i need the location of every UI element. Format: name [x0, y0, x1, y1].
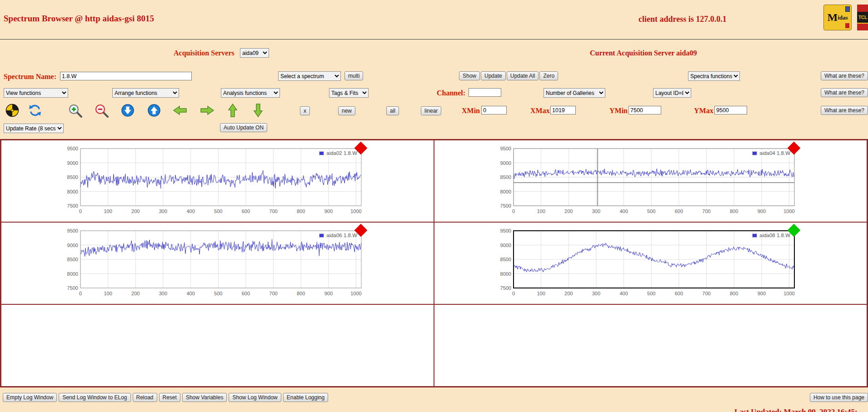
what-are-these-button-2[interactable]: What are these?	[821, 88, 868, 97]
svg-text:0: 0	[79, 291, 82, 296]
svg-text:400: 400	[619, 291, 628, 296]
svg-text:300: 300	[159, 208, 167, 214]
send-log-to-elog-button[interactable]: Send Log Window to ELog	[59, 393, 130, 402]
refresh-icon[interactable]	[28, 104, 42, 117]
number-of-galleries-dropdown[interactable]: Number of Galleries	[544, 88, 605, 98]
new-button[interactable]: new	[338, 106, 355, 115]
layout-id-dropdown[interactable]: Layout ID=8	[653, 88, 691, 98]
what-are-these-button-3[interactable]: What are these?	[821, 106, 868, 115]
svg-text:9500: 9500	[500, 228, 511, 233]
update-all-button[interactable]: Update All	[507, 71, 539, 80]
view-functions-dropdown[interactable]: View functions	[4, 88, 68, 98]
arrow-left-icon[interactable]	[173, 105, 187, 116]
current-server-text: Current Acquisition Server aida09	[590, 49, 697, 57]
gallery-cell-aida02[interactable]: 0100200300400500600700800900100075008000…	[1, 140, 434, 222]
spectrum-chart[interactable]: 0100200300400500600700800900100075008000…	[60, 145, 366, 217]
spectrum-chart[interactable]: 0100200300400500600700800900100075008000…	[493, 145, 799, 217]
arrange-functions-dropdown[interactable]: Arrange functions	[112, 88, 179, 98]
gallery-cell-aida04[interactable]: 0100200300400500600700800900100075008000…	[434, 140, 867, 222]
analysis-functions-dropdown[interactable]: Analysis functions	[221, 88, 280, 98]
x-button[interactable]: x	[300, 106, 310, 115]
ymin-label: YMin	[609, 107, 628, 115]
chart-legend: aida04 1.8.W	[751, 150, 792, 156]
reload-button[interactable]: Reload	[133, 393, 157, 402]
zoom-in-icon[interactable]	[68, 104, 83, 118]
svg-text:500: 500	[214, 208, 222, 214]
empty-log-window-button[interactable]: Empty Log Window	[3, 393, 57, 402]
svg-text:1000: 1000	[783, 208, 794, 214]
gallery-cell-empty-2[interactable]	[434, 304, 867, 387]
svg-text:800: 800	[297, 208, 305, 214]
spectrum-chart[interactable]: 0100200300400500600700800900100075008000…	[60, 227, 366, 299]
arrow-down-icon[interactable]	[253, 103, 264, 118]
acquisition-server-select[interactable]: aida09	[240, 48, 269, 58]
linear-button[interactable]: linear	[421, 106, 441, 115]
svg-text:800: 800	[297, 291, 305, 296]
fan-icon[interactable]	[5, 104, 19, 117]
svg-text:1000: 1000	[783, 291, 794, 296]
tcl-powered-logo[interactable]: TCL	[857, 5, 868, 30]
multi-button[interactable]: multi	[344, 71, 363, 80]
ymax-input[interactable]	[714, 106, 747, 114]
scroll-down-icon[interactable]	[121, 104, 135, 117]
spectra-functions-dropdown[interactable]: Spectra functions	[688, 71, 740, 81]
update-rate-dropdown[interactable]: Update Rate (8 secs)	[4, 124, 64, 133]
spectrum-name-input[interactable]	[60, 72, 192, 80]
legend-label: aida08 1.8.W	[759, 233, 790, 238]
tags-fits-dropdown[interactable]: Tags & Fits	[329, 88, 369, 98]
show-variables-button[interactable]: Show Variables	[182, 393, 227, 402]
show-log-window-button[interactable]: Show Log Window	[229, 393, 281, 402]
gallery-cell-aida08[interactable]: 0100200300400500600700800900100075008000…	[434, 222, 867, 304]
spectrum-chart[interactable]: 0100200300400500600700800900100075008000…	[493, 227, 799, 299]
what-are-these-button-1[interactable]: What are these?	[821, 71, 868, 80]
enable-logging-button[interactable]: Enable Logging	[283, 393, 328, 402]
svg-text:600: 600	[675, 291, 683, 296]
channel-label: Channel:	[437, 89, 465, 97]
gallery-cell-empty-1[interactable]	[1, 304, 434, 387]
svg-text:7500: 7500	[500, 285, 511, 291]
ymin-input[interactable]	[629, 106, 661, 114]
acquisition-servers-label: Acquisition Servers	[174, 49, 234, 57]
all-button[interactable]: all	[386, 106, 399, 115]
arrow-right-icon[interactable]	[200, 105, 215, 116]
legend-label: aida06 1.8.W	[326, 233, 357, 238]
svg-text:400: 400	[186, 291, 195, 296]
svg-text:900: 900	[324, 208, 333, 214]
zero-button[interactable]: Zero	[539, 71, 558, 80]
svg-text:100: 100	[104, 208, 112, 214]
xmax-input[interactable]	[550, 106, 576, 114]
tcl-logo-text: TCL	[857, 12, 868, 23]
svg-text:700: 700	[702, 208, 710, 214]
show-button[interactable]: Show	[459, 71, 480, 80]
update-button[interactable]: Update	[481, 71, 506, 80]
legend-swatch-icon	[752, 233, 757, 238]
channel-input[interactable]	[469, 88, 501, 97]
chart-legend: aida06 1.8.W	[318, 232, 359, 238]
select-spectrum-dropdown[interactable]: Select a spectrum	[278, 71, 341, 81]
xmin-input[interactable]	[481, 106, 507, 114]
svg-text:800: 800	[730, 208, 738, 214]
svg-text:700: 700	[702, 291, 710, 296]
reset-button[interactable]: Reset	[159, 393, 180, 402]
arrow-up-icon[interactable]	[227, 103, 238, 118]
svg-text:900: 900	[758, 208, 766, 214]
last-updated-text: Last Updated: March 09, 2022 16:45:	[734, 407, 858, 412]
svg-text:900: 900	[324, 291, 333, 296]
svg-text:200: 200	[131, 291, 140, 296]
svg-text:600: 600	[242, 208, 250, 214]
legend-label: aida02 1.8.W	[326, 150, 357, 156]
client-address-text: client address is 127.0.0.1	[639, 15, 727, 24]
svg-text:600: 600	[242, 291, 250, 296]
auto-update-button[interactable]: Auto Update ON	[220, 123, 267, 132]
svg-text:9500: 9500	[67, 228, 78, 233]
footer-button-bar: Empty Log Window Send Log Window to ELog…	[3, 393, 328, 402]
svg-text:500: 500	[214, 291, 222, 296]
midas-logo[interactable]: Midas	[823, 5, 852, 30]
zoom-out-icon[interactable]	[95, 104, 109, 118]
how-to-use-button[interactable]: How to use this page	[810, 393, 868, 402]
scroll-up-icon[interactable]	[147, 104, 161, 117]
svg-text:7500: 7500	[67, 203, 78, 208]
svg-text:0: 0	[512, 208, 515, 214]
svg-text:9500: 9500	[67, 146, 78, 151]
gallery-cell-aida06[interactable]: 0100200300400500600700800900100075008000…	[1, 222, 434, 304]
